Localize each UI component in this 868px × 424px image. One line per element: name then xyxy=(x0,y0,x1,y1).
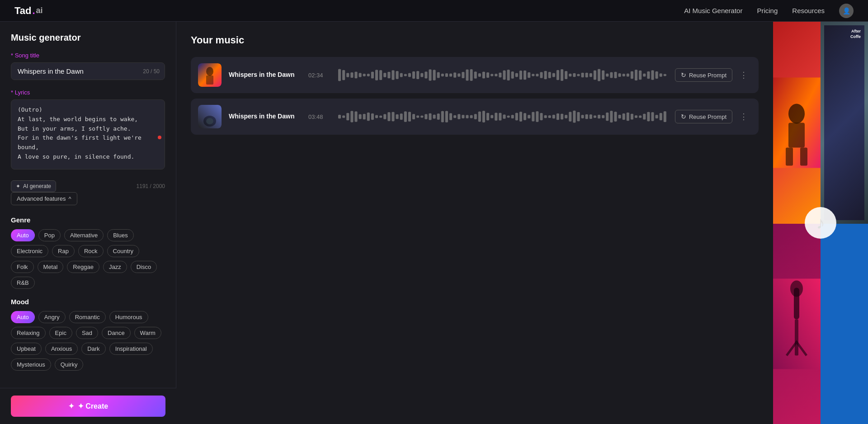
svg-rect-52 xyxy=(540,72,542,78)
svg-rect-144 xyxy=(577,112,580,122)
svg-rect-132 xyxy=(528,115,530,118)
track-info: Whispers in the Dawn xyxy=(229,71,301,79)
svg-rect-162 xyxy=(651,112,654,121)
album-art-3 xyxy=(773,224,821,424)
svg-rect-24 xyxy=(425,71,427,78)
svg-rect-38 xyxy=(482,72,485,79)
svg-rect-40 xyxy=(491,74,493,76)
mood-tags: AutoAngryRomanticHumorousRelaxingEpicSad… xyxy=(11,311,165,371)
svg-rect-96 xyxy=(379,115,382,118)
svg-rect-121 xyxy=(482,111,485,122)
genre-tag-rap[interactable]: Rap xyxy=(52,245,75,257)
mood-tag-dance[interactable]: Dance xyxy=(102,327,131,339)
svg-rect-129 xyxy=(515,113,518,121)
after-coffee-label: AfterCoffe xyxy=(828,29,861,39)
svg-rect-136 xyxy=(544,115,547,118)
svg-rect-146 xyxy=(585,114,588,119)
svg-rect-23 xyxy=(420,73,423,77)
svg-rect-33 xyxy=(462,72,464,78)
svg-rect-75 xyxy=(635,70,637,80)
song-title-input[interactable] xyxy=(11,62,165,80)
svg-rect-78 xyxy=(647,71,650,79)
resources-link[interactable]: Resources xyxy=(792,7,825,14)
create-button[interactable]: ✦ ✦ Create xyxy=(11,396,165,417)
waveform-container xyxy=(338,66,668,84)
svg-rect-101 xyxy=(400,113,403,120)
lyrics-footer: ✦ AI generate 1191 / 2000 xyxy=(11,180,165,192)
reuse-prompt-button[interactable]: ↻ Reuse Prompt xyxy=(675,68,732,82)
genre-tag-jazz[interactable]: Jazz xyxy=(103,261,127,273)
pricing-link[interactable]: Pricing xyxy=(757,7,778,14)
genre-title: Genre xyxy=(11,216,165,224)
svg-rect-154 xyxy=(618,115,621,118)
svg-rect-153 xyxy=(614,112,617,122)
svg-rect-72 xyxy=(623,74,625,76)
mood-tag-angry[interactable]: Angry xyxy=(38,311,66,323)
svg-rect-89 xyxy=(350,111,353,122)
svg-rect-126 xyxy=(503,114,505,119)
mood-tag-dark[interactable]: Dark xyxy=(81,343,105,355)
svg-rect-125 xyxy=(499,113,501,120)
mood-tag-romantic[interactable]: Romantic xyxy=(69,311,106,323)
svg-rect-46 xyxy=(515,73,518,77)
avatar[interactable]: 👤 xyxy=(839,4,854,18)
genre-tag-alternative[interactable]: Alternative xyxy=(64,229,104,241)
ai-generate-button[interactable]: ✦ AI generate xyxy=(11,180,56,192)
mood-tag-epic[interactable]: Epic xyxy=(49,327,72,339)
genre-tag-blues[interactable]: Blues xyxy=(107,229,134,241)
genre-tag-metal[interactable]: Metal xyxy=(38,261,64,273)
svg-rect-27 xyxy=(437,72,440,78)
track-item[interactable]: Whispers in the Dawn 02:34 ↻ Reuse Promp… xyxy=(191,57,759,93)
lyrics-textarea[interactable]: (Outro) At last, the world begins to wak… xyxy=(11,99,165,170)
svg-rect-43 xyxy=(503,71,505,80)
mood-tag-auto[interactable]: Auto xyxy=(11,311,35,323)
svg-rect-105 xyxy=(416,115,419,118)
mood-tag-mysterious[interactable]: Mysterious xyxy=(11,358,51,371)
svg-rect-60 xyxy=(573,73,576,77)
genre-tag-rock[interactable]: Rock xyxy=(78,245,104,257)
svg-rect-124 xyxy=(495,113,497,120)
genre-tag-folk[interactable]: Folk xyxy=(11,261,34,273)
mood-tag-inspirational[interactable]: Inspirational xyxy=(109,343,153,355)
mood-tag-upbeat[interactable]: Upbeat xyxy=(11,343,42,355)
genre-tag-disco[interactable]: Disco xyxy=(131,261,157,273)
reuse-prompt-button[interactable]: ↻ Reuse Prompt xyxy=(675,110,732,123)
advanced-features-toggle[interactable]: Advanced features ^ xyxy=(11,192,77,205)
genre-tag-pop[interactable]: Pop xyxy=(38,229,61,241)
svg-rect-22 xyxy=(416,71,419,79)
svg-rect-93 xyxy=(367,113,370,121)
genre-tag-reggae[interactable]: Reggae xyxy=(67,261,99,273)
content-title: Your music xyxy=(191,34,759,46)
mood-tag-anxious[interactable]: Anxious xyxy=(45,343,78,355)
track-name: Whispers in the Dawn xyxy=(229,71,301,78)
mood-tag-sad[interactable]: Sad xyxy=(76,327,98,339)
more-options-button[interactable]: ⋮ xyxy=(736,68,751,82)
ai-music-generator-link[interactable]: AI Music Generator xyxy=(684,7,742,14)
svg-rect-95 xyxy=(375,115,378,118)
genre-tag-country[interactable]: Country xyxy=(107,245,140,257)
genre-tag-r-b[interactable]: R&B xyxy=(11,277,35,289)
main-content: Your music Whispers in the Dawn 02:34 xyxy=(176,22,773,424)
svg-rect-142 xyxy=(569,112,571,121)
mood-tag-warm[interactable]: Warm xyxy=(134,327,161,339)
genre-tag-auto[interactable]: Auto xyxy=(11,229,35,241)
svg-rect-39 xyxy=(486,72,489,78)
svg-rect-119 xyxy=(474,114,477,119)
track-item[interactable]: Whispers in the Dawn 03:48 ↻ Reuse Promp… xyxy=(191,99,759,135)
genre-tag-electronic[interactable]: Electronic xyxy=(11,245,48,257)
more-options-button[interactable]: ⋮ xyxy=(736,110,751,123)
mood-tag-quirky[interactable]: Quirky xyxy=(55,358,84,371)
svg-rect-53 xyxy=(544,71,547,80)
svg-rect-47 xyxy=(519,71,522,80)
svg-rect-140 xyxy=(561,114,563,120)
track-duration: 02:34 xyxy=(308,72,331,79)
mood-tag-relaxing[interactable]: Relaxing xyxy=(11,327,46,339)
svg-rect-57 xyxy=(561,69,563,81)
mood-tag-humorous[interactable]: Humorous xyxy=(109,311,148,323)
svg-rect-37 xyxy=(478,73,481,77)
track-name: Whispers in the Dawn xyxy=(229,113,301,120)
album-cell-3 xyxy=(773,224,821,424)
svg-rect-158 xyxy=(635,115,637,118)
svg-rect-56 xyxy=(557,70,559,80)
svg-rect-67 xyxy=(602,71,604,80)
